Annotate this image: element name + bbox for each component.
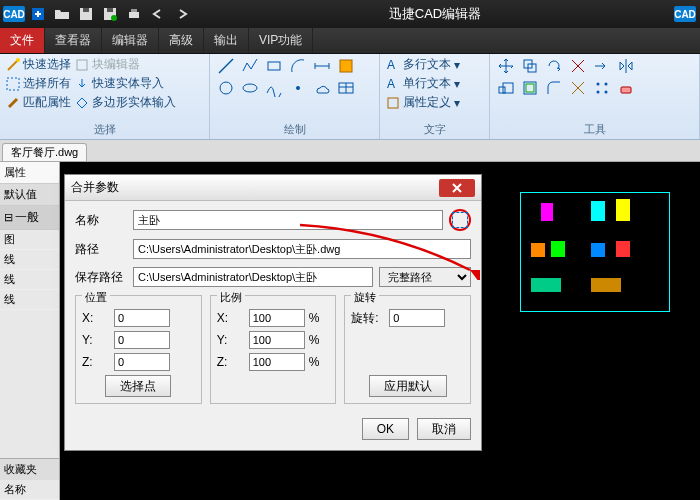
line-icon[interactable] [216, 56, 236, 76]
array-icon[interactable] [592, 78, 612, 98]
ok-button[interactable]: OK [362, 418, 409, 440]
scale-y-input[interactable] [249, 331, 305, 349]
move-icon[interactable] [496, 56, 516, 76]
arc-icon[interactable] [288, 56, 308, 76]
point-icon[interactable] [288, 78, 308, 98]
svg-rect-28 [526, 84, 534, 92]
scale-group: 比例 X:% Y:% Z:% [210, 295, 337, 404]
cancel-button[interactable]: 取消 [417, 418, 471, 440]
svg-marker-24 [628, 62, 632, 70]
match-prop[interactable]: 匹配属性 [6, 94, 71, 111]
save-icon[interactable] [76, 4, 96, 24]
entity [616, 199, 630, 221]
undo-icon[interactable] [148, 4, 168, 24]
ribbon-group-tools: 工具 [490, 54, 700, 139]
scale-z-input[interactable] [249, 353, 305, 371]
copy-icon[interactable] [520, 56, 540, 76]
polyline-icon[interactable] [240, 56, 260, 76]
tab-properties[interactable]: 属性 [0, 162, 59, 184]
svg-rect-20 [388, 98, 398, 108]
pick-block-button[interactable] [449, 209, 471, 231]
svg-rect-12 [268, 62, 280, 70]
redo-icon[interactable] [172, 4, 192, 24]
section-general[interactable]: ⊟ 一般 [0, 206, 59, 230]
menu-viewer[interactable]: 查看器 [45, 28, 102, 53]
svg-rect-7 [131, 9, 137, 12]
ribbon-group-select: 快速选择 块编辑器 选择所有 快速实体导入 匹配属性 多边形实体输入 选择 [0, 54, 210, 139]
block-editor[interactable]: 块编辑器 [75, 56, 140, 73]
scale-x-input[interactable] [249, 309, 305, 327]
selectall-icon [6, 77, 20, 91]
saveas-icon[interactable] [100, 4, 120, 24]
rotate-icon[interactable] [544, 56, 564, 76]
new-icon[interactable] [28, 4, 48, 24]
svg-rect-4 [107, 8, 113, 12]
extend-icon[interactable] [592, 56, 612, 76]
ellipse-icon[interactable] [240, 78, 260, 98]
quick-select[interactable]: 快速选择 [6, 56, 71, 73]
tab-default[interactable]: 默认值 [0, 184, 59, 206]
titlebar: CAD 迅捷CAD编辑器 CAD [0, 0, 700, 28]
explode-icon[interactable] [568, 78, 588, 98]
ribbon-group-text: A多行文本 ▾ A单行文本 ▾ 属性定义 ▾ 文字 [380, 54, 490, 139]
hatch-icon[interactable] [336, 56, 356, 76]
attdef[interactable]: 属性定义 ▾ [386, 94, 460, 111]
svg-rect-6 [129, 12, 139, 18]
circle-icon[interactable] [216, 78, 236, 98]
svg-rect-33 [621, 87, 631, 93]
scale-icon[interactable] [496, 78, 516, 98]
close-icon [451, 183, 463, 193]
cloud-icon[interactable] [312, 78, 332, 98]
select-all[interactable]: 选择所有 [6, 75, 71, 92]
stext[interactable]: A单行文本 ▾ [386, 75, 460, 92]
pick-point-button[interactable]: 选择点 [105, 375, 171, 397]
name-input[interactable] [133, 210, 443, 230]
apply-default-button[interactable]: 应用默认 [369, 375, 447, 397]
prop-row: 线 [0, 290, 59, 310]
savepath-input[interactable] [133, 267, 373, 287]
group-label-text: 文字 [386, 121, 483, 137]
svg-point-14 [220, 82, 232, 94]
offset-icon[interactable] [520, 78, 540, 98]
svg-rect-13 [340, 60, 352, 72]
fillet-icon[interactable] [544, 78, 564, 98]
pos-z-input[interactable] [114, 353, 170, 371]
doc-tab[interactable]: 客厅餐厅.dwg [2, 143, 87, 161]
open-icon[interactable] [52, 4, 72, 24]
menu-advanced[interactable]: 高级 [159, 28, 204, 53]
svg-point-29 [597, 83, 600, 86]
doc-tabstrip: 客厅餐厅.dwg [0, 140, 700, 162]
mtext[interactable]: A多行文本 ▾ [386, 56, 460, 73]
path-mode-select[interactable]: 完整路径 [379, 267, 471, 287]
dim-icon[interactable] [312, 56, 332, 76]
svg-text:A: A [387, 77, 395, 91]
path-input[interactable] [133, 239, 471, 259]
dialog-titlebar[interactable]: 合并参数 [65, 175, 481, 201]
print-icon[interactable] [124, 4, 144, 24]
polygon-icon [75, 96, 89, 110]
svg-point-31 [597, 91, 600, 94]
rotation-title: 旋转 [351, 290, 379, 305]
close-button[interactable] [439, 179, 475, 197]
section-favorites[interactable]: 收藏夹 [0, 458, 59, 480]
attdef-icon [386, 96, 400, 110]
menubar: 文件 查看器 编辑器 高级 输出 VIP功能 [0, 28, 700, 54]
mirror-icon[interactable] [616, 56, 636, 76]
menu-output[interactable]: 输出 [204, 28, 249, 53]
wand-icon [6, 58, 20, 72]
trim-icon[interactable] [568, 56, 588, 76]
quick-import[interactable]: 快速实体导入 [75, 75, 164, 92]
table-icon[interactable] [336, 78, 356, 98]
menu-file[interactable]: 文件 [0, 28, 45, 53]
svg-rect-25 [499, 87, 505, 93]
pos-y-input[interactable] [114, 331, 170, 349]
menu-editor[interactable]: 编辑器 [102, 28, 159, 53]
erase-icon[interactable] [616, 78, 636, 98]
rect-icon[interactable] [264, 56, 284, 76]
spline-icon[interactable] [264, 78, 284, 98]
poly-import[interactable]: 多边形实体输入 [75, 94, 176, 111]
menu-vip[interactable]: VIP功能 [249, 28, 313, 53]
app-title: 迅捷CAD编辑器 [196, 5, 674, 23]
pos-x-input[interactable] [114, 309, 170, 327]
rotation-input[interactable] [389, 309, 445, 327]
